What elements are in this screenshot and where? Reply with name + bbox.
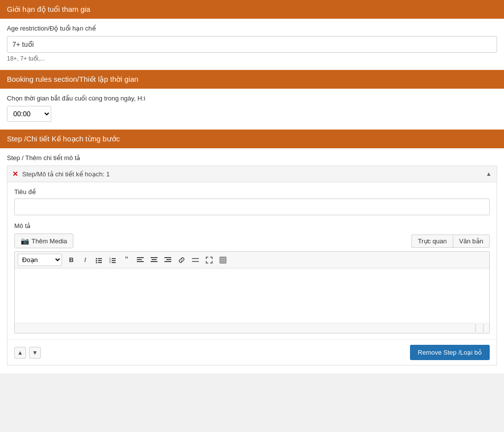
svg-rect-7: [112, 258, 116, 259]
step-collapse-icon[interactable]: ▲: [486, 170, 492, 177]
fullscreen-button[interactable]: [203, 254, 216, 266]
svg-rect-13: [137, 259, 142, 260]
age-restriction-header: Giới hạn độ tuổi tham gia: [0, 0, 504, 19]
move-down-button[interactable]: ▼: [29, 347, 41, 359]
svg-rect-21: [192, 258, 199, 259]
visual-view-button[interactable]: Trực quan: [411, 234, 453, 248]
step-item-header-left: ✕ Step/Mô tả chi tiết kế hoạch: 1: [12, 170, 110, 178]
svg-point-0: [96, 258, 97, 259]
svg-rect-15: [151, 257, 158, 258]
remove-step-button[interactable]: Remove Step /Loại bỏ: [410, 345, 490, 360]
svg-point-4: [96, 262, 97, 263]
bold-button[interactable]: B: [65, 254, 78, 266]
age-field-label: Age restriction/Độ tuổi hạn chế: [7, 25, 497, 32]
svg-rect-20: [164, 261, 171, 262]
svg-rect-18: [164, 257, 171, 258]
step-section-body: Step / Thêm chi tiết mô tả ✕ Step/Mô tả …: [0, 148, 504, 373]
link-button[interactable]: [175, 254, 188, 266]
svg-rect-9: [112, 260, 116, 261]
step-item: ✕ Step/Mô tả chi tiết kế hoạch: 1 ▲ Tiêu…: [7, 166, 497, 366]
svg-rect-5: [98, 262, 102, 263]
step-action-bar: ▲ ▼ Remove Step /Loại bỏ: [7, 339, 497, 365]
svg-point-2: [96, 260, 97, 261]
booking-field-label: Chọn thời gian bắt đầu cuối cùng trong n…: [7, 95, 497, 102]
age-restriction-body: Age restriction/Độ tuổi hạn chế 18+, 7+ …: [0, 19, 504, 70]
time-select[interactable]: 00:00 01:00 02:00 03:00: [7, 106, 51, 122]
page-wrapper: Giới hạn độ tuổi tham gia Age restrictio…: [0, 0, 504, 373]
booking-section-header: Booking rules section/Thiết lập thời gia…: [0, 70, 504, 89]
svg-rect-14: [137, 261, 144, 262]
hr-button[interactable]: [189, 254, 202, 266]
svg-rect-3: [98, 260, 102, 261]
format-select[interactable]: Đoạn Heading 1 Heading 2 Heading 3: [18, 254, 62, 266]
editor-resize-handle: ⋮⋮: [15, 323, 489, 333]
align-left-button[interactable]: [134, 254, 147, 266]
svg-rect-12: [137, 257, 144, 258]
ul-button[interactable]: [93, 254, 105, 266]
italic-button[interactable]: I: [79, 254, 92, 266]
editor-toolbar: Đoạn Heading 1 Heading 2 Heading 3 B I 1…: [15, 252, 489, 268]
step-title-text: Step/Mô tả chi tiết kế hoạch: 1: [22, 170, 110, 178]
description-label: Mô tả: [14, 222, 490, 230]
add-media-button[interactable]: 📷 Thêm Media: [14, 233, 73, 248]
svg-text:3.: 3.: [109, 261, 111, 264]
step-title-input[interactable]: [14, 199, 490, 215]
step-add-label: Step / Thêm chi tiết mô tả: [7, 154, 497, 162]
table-button[interactable]: [217, 254, 229, 266]
ol-button[interactable]: 1.2.3.: [106, 254, 119, 266]
editor-wrapper: Đoạn Heading 1 Heading 2 Heading 3 B I 1…: [14, 251, 490, 333]
editor-topbar: 📷 Thêm Media Trực quan Văn bản: [14, 233, 490, 251]
media-icon: 📷: [21, 237, 29, 245]
step-close-icon[interactable]: ✕: [12, 170, 18, 178]
svg-rect-19: [166, 259, 171, 260]
editor-content[interactable]: [15, 268, 489, 323]
svg-rect-16: [152, 259, 157, 260]
age-hint: 18+, 7+ tuổi,...: [7, 55, 497, 62]
svg-rect-17: [151, 261, 158, 262]
resize-dots: ⋮⋮: [472, 324, 487, 332]
svg-rect-11: [112, 262, 116, 263]
step-item-header: ✕ Step/Mô tả chi tiết kế hoạch: 1 ▲: [7, 166, 497, 182]
title-label: Tiêu đề: [14, 188, 490, 196]
view-toggle: Trực quan Văn bản: [411, 234, 490, 248]
move-up-button[interactable]: ▲: [14, 347, 26, 359]
step-section-header: Step /Chi tiết Kế hoạch từng bước: [0, 130, 504, 148]
text-view-button[interactable]: Văn bản: [453, 234, 490, 248]
align-center-button[interactable]: [148, 254, 160, 266]
booking-section-body: Chọn thời gian bắt đầu cuối cùng trong n…: [0, 89, 504, 130]
align-right-button[interactable]: [161, 254, 174, 266]
move-buttons: ▲ ▼: [14, 347, 41, 359]
age-input[interactable]: [7, 36, 497, 53]
svg-rect-23: [220, 257, 226, 263]
svg-rect-1: [98, 258, 102, 259]
blockquote-button[interactable]: ": [120, 254, 133, 266]
add-media-label: Thêm Media: [32, 237, 67, 245]
step-content: Tiêu đề Mô tả 📷 Thêm Media Trực quan Văn…: [7, 182, 497, 339]
svg-rect-22: [192, 261, 199, 262]
